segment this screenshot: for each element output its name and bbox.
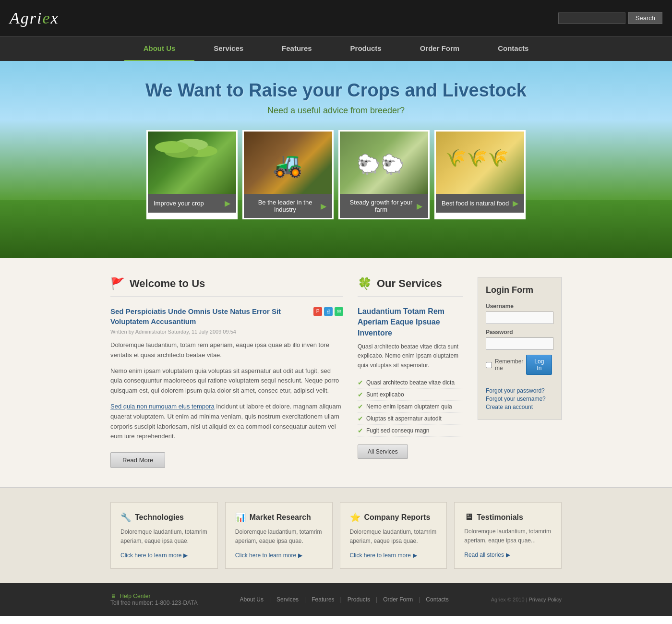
check-icon-0: ✔ [358,379,363,386]
article-para-1: Doloremque laudantium, totam rem aperiam… [110,340,343,360]
remember-checkbox[interactable] [486,362,492,368]
check-icon-1: ✔ [358,391,363,398]
footer-sep-3: | [376,596,377,603]
footer: 🖥 Help Center Toll free number: 1-800-12… [0,583,672,616]
hero-section: We Want to Raise your Crops and Livestoc… [0,61,672,258]
search-button[interactable]: Search [628,12,662,24]
hero-card-label-3: Best food is natural food ▶ [436,194,524,213]
footer-nav-products[interactable]: Products [348,596,370,603]
footer-nav: About Us | Services | Features | Product… [240,596,449,603]
nav-link-features[interactable]: Features [263,36,331,60]
pdf-icon[interactable]: P [313,307,322,316]
footer-nav-features[interactable]: Features [312,596,334,603]
reports-icon: ⭐ [350,512,360,523]
main-inner: 🚩 Welcome to Us P 🖨 ✉ Sed Perspiciatis U… [101,277,571,468]
footer-nav-order[interactable]: Order Form [383,596,413,603]
hero-card-label-0: Improve your crop ▶ [148,194,236,213]
article-body: Doloremque laudantium, totam rem aperiam… [110,340,343,442]
footer-phone: Toll free number: 1-800-123-DATA [110,600,198,606]
hero-card-0[interactable]: Improve your crop ▶ [146,130,238,219]
bottom-box-1: 📊 Market Research Doloremque laudantium,… [225,502,333,568]
footer-copyright: Agriex © 2010 [491,597,525,602]
testimonials-arrow: ▶ [506,552,510,558]
service-item-4: ✔ Fugit sed consequ magn [358,425,463,437]
technologies-title: Technologies [135,513,184,522]
market-link[interactable]: Click here to learn more ▶ [235,552,323,559]
forgot-username-link[interactable]: Forgot your username? [486,396,553,402]
hero-card-1[interactable]: Be the leader in the industry ▶ [242,130,334,219]
bottom-box-2: ⭐ Company Reports Doloremque laudantium,… [340,502,447,568]
nav-list: About Us Services Features Products Orde… [0,36,672,61]
market-icon: 📊 [235,512,246,523]
forgot-password-link[interactable]: Forgot your password? [486,387,553,394]
bottom-box-0: 🔧 Technologies Doloremque laudantium, to… [110,502,218,568]
username-label: Username [486,303,553,310]
help-center-link[interactable]: Help Center [120,593,150,600]
nav-link-services[interactable]: Services [194,36,263,60]
testimonials-body: Doloremque laudantium, totamrim aperiam,… [464,527,552,545]
password-input[interactable] [486,337,553,350]
nav-link-contacts[interactable]: Contacts [479,36,548,60]
hero-card-3[interactable]: Best food is natural food ▶ [434,130,526,219]
nav-link-order[interactable]: Order Form [401,36,479,60]
bottom-boxes-section: 🔧 Technologies Doloremque laudantium, to… [0,487,672,583]
footer-nav-services[interactable]: Services [276,596,299,603]
technologies-link[interactable]: Click here to learn more ▶ [120,552,208,559]
bottom-box-title-3: 🖥 Testimonials [464,512,552,522]
search-input[interactable] [558,12,625,24]
bottom-box-3: 🖥 Testimonials Doloremque laudantium, to… [454,502,562,568]
print-icon[interactable]: 🖨 [324,307,333,316]
read-more-button[interactable]: Read More [110,452,165,468]
login-button[interactable]: Log In [526,355,552,375]
logo-text: Agriex [10,9,59,27]
market-arrow: ▶ [298,552,302,559]
username-field: Username [486,303,553,329]
check-icon-4: ✔ [358,427,363,434]
remember-label: Remember me [495,358,523,372]
main-section: 🚩 Welcome to Us P 🖨 ✉ Sed Perspiciatis U… [0,258,672,487]
hero-cards: Improve your crop ▶ Be the leader in the… [10,130,662,219]
footer-copy: Agriex © 2010 | Privacy Policy [491,597,562,602]
email-icon[interactable]: ✉ [335,307,343,316]
bottom-inner: 🔧 Technologies Doloremque laudantium, to… [101,502,571,568]
footer-nav-about[interactable]: About Us [240,596,264,603]
services-title-block: 🍀 Our Services [358,277,463,297]
article-inline-link[interactable]: Sed quia non numquam eius tempora [110,403,215,410]
search-form: Search [558,12,662,24]
hero-card-arrow-2: ▶ [417,202,422,211]
hero-card-2[interactable]: Steady growth for your farm ▶ [338,130,430,219]
nav-item-products: Products [331,36,401,61]
username-input[interactable] [486,312,553,324]
services-section: 🍀 Our Services Laudantium Totam Rem Aper… [358,277,463,468]
technologies-arrow: ▶ [183,552,188,559]
footer-privacy-link[interactable]: Privacy Policy [529,597,562,602]
nav-item-features: Features [263,36,331,61]
article-para-3: Sed quia non numquam eius tempora incidu… [110,402,343,442]
reports-link[interactable]: Click here to learn more ▶ [350,552,437,559]
technologies-body: Doloremque laudantium, totamrim aperiam,… [120,528,208,546]
nav-link-about[interactable]: About Us [124,36,195,61]
nav-item-about: About Us [124,36,195,61]
footer-help-icon: 🖥 [110,593,116,600]
testimonials-icon: 🖥 [464,512,473,522]
footer-sep-2: | [340,596,342,603]
hero-card-arrow-3: ▶ [513,199,518,208]
article-title: Sed Perspiciatis Unde Omnis Uste Natus E… [110,306,343,326]
bottom-box-title-2: ⭐ Company Reports [350,512,437,523]
footer-nav-contacts[interactable]: Contacts [426,596,448,603]
nav-item-services: Services [194,36,263,61]
nav-item-order: Order Form [401,36,479,61]
services-body: Quasi architecto beatae vitae dicta sunt… [358,342,463,370]
nav-link-products[interactable]: Products [331,36,401,60]
login-title: Login Form [486,285,553,295]
testimonials-link[interactable]: Read all stories ▶ [464,552,552,558]
hero-title: We Want to Raise your Crops and Livestoc… [10,80,662,101]
all-services-button[interactable]: All Services [358,444,408,459]
welcome-heading: Welcome to Us [130,277,205,290]
create-account-link[interactable]: Create an account [486,404,553,410]
market-body: Doloremque laudantium, totamrim aperiam,… [235,528,323,546]
market-title: Market Research [250,513,311,522]
bottom-box-title-0: 🔧 Technologies [120,512,208,523]
article-meta: Written by Administrator Saturday, 11 Ju… [110,329,343,335]
logo-link[interactable]: Agriex [10,9,59,27]
